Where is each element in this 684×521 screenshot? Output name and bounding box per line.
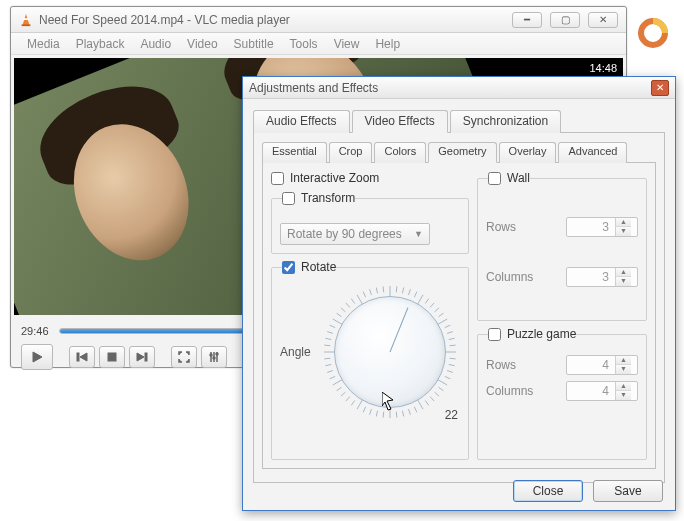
- svg-line-36: [435, 392, 439, 396]
- svg-marker-5: [33, 352, 42, 362]
- svg-line-22: [435, 308, 439, 312]
- svg-point-12: [213, 357, 215, 359]
- interactive-zoom-label: Interactive Zoom: [290, 171, 379, 185]
- wall-rows-label: Rows: [486, 220, 516, 234]
- svg-line-45: [383, 412, 384, 418]
- secondary-tabs: Essential Crop Colors Geometry Overlay A…: [262, 141, 656, 163]
- menubar: Media Playback Audio Video Subtitle Tool…: [11, 33, 626, 55]
- svg-line-62: [327, 332, 333, 334]
- menu-view[interactable]: View: [328, 35, 366, 53]
- svg-line-32: [447, 371, 453, 373]
- subtab-overlay[interactable]: Overlay: [499, 142, 557, 163]
- svg-line-28: [450, 345, 456, 346]
- puzzle-cols-spinner[interactable]: 4 ▲▼: [566, 381, 638, 401]
- svg-line-47: [370, 409, 372, 415]
- subtab-geometry[interactable]: Geometry: [428, 142, 496, 163]
- svg-point-1: [649, 29, 657, 37]
- play-button[interactable]: [21, 344, 53, 370]
- svg-line-70: [363, 292, 365, 297]
- fullscreen-button[interactable]: [171, 346, 197, 368]
- puzzle-checkbox[interactable]: Puzzle game: [488, 327, 576, 341]
- menu-media[interactable]: Media: [21, 35, 66, 53]
- stop-button[interactable]: [99, 346, 125, 368]
- primary-tabs: Audio Effects Video Effects Synchronizat…: [253, 109, 665, 133]
- puzzle-label: Puzzle game: [507, 327, 576, 341]
- tab-audio-effects[interactable]: Audio Effects: [253, 110, 350, 133]
- tab-video-effects[interactable]: Video Effects: [352, 110, 448, 133]
- angle-dial[interactable]: 22: [320, 282, 460, 422]
- rotate-checkbox[interactable]: Rotate: [282, 260, 336, 274]
- rotate-label: Rotate: [301, 260, 336, 274]
- wall-cols-spinner[interactable]: 3 ▲▼: [566, 267, 638, 287]
- chevron-down-icon: ▼: [414, 229, 423, 239]
- subtab-advanced[interactable]: Advanced: [558, 142, 627, 163]
- elapsed-time: 29:46: [21, 325, 49, 337]
- menu-video[interactable]: Video: [181, 35, 223, 53]
- svg-line-55: [330, 376, 335, 378]
- vlc-cone-icon: [19, 13, 33, 27]
- svg-rect-3: [23, 18, 28, 20]
- menu-subtitle[interactable]: Subtitle: [228, 35, 280, 53]
- next-button[interactable]: [129, 346, 155, 368]
- dialog-titlebar: Adjustments and Effects ✕: [243, 77, 675, 99]
- ext-settings-button[interactable]: [201, 346, 227, 368]
- adjustments-effects-dialog: Adjustments and Effects ✕ Audio Effects …: [242, 76, 676, 511]
- tab-synchronization[interactable]: Synchronization: [450, 110, 561, 133]
- svg-line-60: [324, 345, 330, 346]
- menu-audio[interactable]: Audio: [134, 35, 177, 53]
- menu-playback[interactable]: Playback: [70, 35, 131, 53]
- svg-line-68: [351, 299, 355, 304]
- dialog-title: Adjustments and Effects: [249, 81, 651, 95]
- svg-line-18: [414, 292, 416, 297]
- close-button[interactable]: Close: [513, 480, 583, 502]
- close-window-button[interactable]: ✕: [588, 12, 618, 28]
- svg-line-31: [449, 364, 455, 365]
- svg-line-15: [396, 286, 397, 292]
- transform-group: Transform Rotate by 90 degrees ▼: [271, 191, 469, 254]
- subtab-colors[interactable]: Colors: [374, 142, 426, 163]
- video-overlay-time: 14:48: [589, 62, 617, 74]
- svg-line-41: [409, 409, 411, 415]
- transform-checkbox[interactable]: Transform: [282, 191, 355, 205]
- wall-cols-label: Columns: [486, 270, 533, 284]
- svg-line-27: [449, 338, 455, 339]
- save-button[interactable]: Save: [593, 480, 663, 502]
- titlebar: Need For Speed 2014.mp4 - VLC media play…: [11, 7, 626, 33]
- svg-line-63: [330, 325, 335, 327]
- puzzle-cols-value: 4: [567, 384, 615, 398]
- svg-line-43: [396, 412, 397, 418]
- subtab-crop[interactable]: Crop: [329, 142, 373, 163]
- svg-line-57: [325, 364, 331, 365]
- transform-select[interactable]: Rotate by 90 degrees ▼: [280, 223, 430, 245]
- subtab-essential[interactable]: Essential: [262, 142, 327, 163]
- maximize-button[interactable]: ▢: [550, 12, 580, 28]
- transform-select-value: Rotate by 90 degrees: [287, 227, 402, 241]
- svg-line-16: [402, 287, 403, 293]
- svg-line-67: [346, 303, 350, 307]
- svg-rect-9: [145, 353, 147, 361]
- prev-button[interactable]: [69, 346, 95, 368]
- interactive-zoom-checkbox[interactable]: Interactive Zoom: [271, 171, 469, 185]
- dialog-close-icon[interactable]: ✕: [651, 80, 669, 96]
- transform-label: Transform: [301, 191, 355, 205]
- window-title: Need For Speed 2014.mp4 - VLC media play…: [39, 13, 512, 27]
- minimize-button[interactable]: ━: [512, 12, 542, 28]
- puzzle-cols-label: Columns: [486, 384, 533, 398]
- svg-line-20: [425, 299, 429, 304]
- geometry-panel: Interactive Zoom Transform Rotate by 90 …: [262, 163, 656, 469]
- svg-line-38: [425, 401, 429, 406]
- wall-group: Wall Rows 3 ▲▼ Columns: [477, 171, 647, 321]
- svg-line-53: [337, 387, 342, 391]
- svg-rect-8: [108, 353, 116, 361]
- puzzle-rows-spinner[interactable]: 4 ▲▼: [566, 355, 638, 375]
- svg-line-40: [414, 407, 416, 412]
- menu-help[interactable]: Help: [369, 35, 406, 53]
- menu-tools[interactable]: Tools: [284, 35, 324, 53]
- svg-line-73: [383, 286, 384, 292]
- angle-label: Angle: [280, 345, 314, 359]
- wall-rows-spinner[interactable]: 3 ▲▼: [566, 217, 638, 237]
- svg-point-13: [216, 353, 218, 355]
- wall-checkbox[interactable]: Wall: [488, 171, 530, 185]
- svg-point-11: [210, 354, 212, 356]
- puzzle-rows-value: 4: [567, 358, 615, 372]
